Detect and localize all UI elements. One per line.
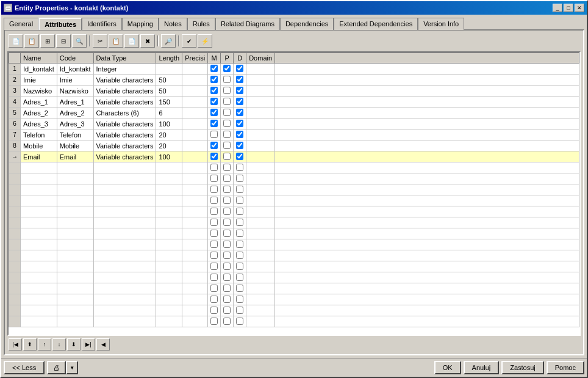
table-row[interactable]: 8 Mobile Mobile Variable characters 20 xyxy=(9,140,579,151)
cell-d-empty[interactable] xyxy=(234,272,246,283)
cell-name-empty[interactable] xyxy=(21,294,57,305)
cell-domain-empty[interactable] xyxy=(246,184,275,195)
cell-p-empty[interactable] xyxy=(221,250,234,261)
new-button[interactable]: 📄 xyxy=(9,34,23,48)
cell-m[interactable] xyxy=(208,118,221,129)
tab-version-info[interactable]: Version Info xyxy=(418,18,464,30)
print-arrow-button[interactable]: ▼ xyxy=(66,361,78,374)
cell-length-empty[interactable] xyxy=(156,294,182,305)
cell-p[interactable] xyxy=(221,85,234,96)
cell-name-empty[interactable] xyxy=(21,261,57,272)
cell-code-empty[interactable] xyxy=(57,283,93,294)
cell-d[interactable] xyxy=(234,140,246,151)
cell-p[interactable] xyxy=(221,107,234,118)
cell-code-empty[interactable] xyxy=(57,305,93,316)
less-button[interactable]: << Less xyxy=(4,361,45,374)
cut-button[interactable]: ✂ xyxy=(93,34,107,48)
cell-length-empty[interactable] xyxy=(156,283,182,294)
cell-p-empty[interactable] xyxy=(221,195,234,206)
cell-name[interactable]: Mobile xyxy=(21,140,57,151)
cell-domain[interactable] xyxy=(246,85,275,96)
cell-precision-empty[interactable] xyxy=(182,239,208,250)
table-button[interactable]: ⊟ xyxy=(56,34,71,48)
cell-name-empty[interactable] xyxy=(21,228,57,239)
cell-datatype-empty[interactable] xyxy=(93,250,156,261)
cell-m-empty[interactable] xyxy=(208,206,221,217)
cell-datatype-empty[interactable] xyxy=(93,272,156,283)
delete-button[interactable]: ✖ xyxy=(140,34,155,48)
cell-m[interactable] xyxy=(208,129,221,140)
cell-name-empty[interactable] xyxy=(21,184,57,195)
table-wrapper[interactable]: Name Code Data Type Length Precisi M P D… xyxy=(9,53,579,333)
cell-m-empty[interactable] xyxy=(208,239,221,250)
cell-code-empty[interactable] xyxy=(57,250,93,261)
cell-precision-empty[interactable] xyxy=(182,228,208,239)
print-button[interactable]: 🖨 xyxy=(47,361,66,374)
minimize-button[interactable]: _ xyxy=(553,4,562,12)
cell-domain[interactable] xyxy=(246,140,275,151)
cell-code-empty[interactable] xyxy=(57,206,93,217)
cell-name[interactable]: Adres_3 xyxy=(21,118,57,129)
cell-d[interactable] xyxy=(234,129,246,140)
cell-p-empty[interactable] xyxy=(221,173,234,184)
cell-length[interactable]: 100 xyxy=(156,118,182,129)
cell-m-empty[interactable] xyxy=(208,294,221,305)
cell-name[interactable]: Imie xyxy=(21,75,57,85)
cell-code-empty[interactable] xyxy=(57,294,93,305)
close-button[interactable]: ✕ xyxy=(575,4,584,12)
cell-domain-empty[interactable] xyxy=(246,294,275,305)
paste-button[interactable]: 📄 xyxy=(124,34,139,48)
cell-code[interactable]: Email xyxy=(57,151,93,162)
cell-domain-empty[interactable] xyxy=(246,162,275,173)
cell-p[interactable] xyxy=(221,129,234,140)
cell-d-empty[interactable] xyxy=(234,316,246,327)
cell-p-empty[interactable] xyxy=(221,294,234,305)
ok-button[interactable]: OK xyxy=(434,361,461,374)
cell-code[interactable]: Adres_1 xyxy=(57,96,93,107)
cell-d-empty[interactable] xyxy=(234,250,246,261)
cell-name-empty[interactable] xyxy=(21,316,57,327)
prev-record-button[interactable]: ↑ xyxy=(38,338,51,351)
cell-datatype-empty[interactable] xyxy=(93,305,156,316)
cell-p-empty[interactable] xyxy=(221,261,234,272)
cell-precision[interactable] xyxy=(182,129,208,140)
cell-datatype[interactable]: Variable characters xyxy=(93,85,156,96)
cell-domain-empty[interactable] xyxy=(246,316,275,327)
cell-domain-empty[interactable] xyxy=(246,173,275,184)
cell-domain[interactable] xyxy=(246,129,275,140)
cell-p[interactable] xyxy=(221,140,234,151)
cell-name-empty[interactable] xyxy=(21,305,57,316)
cell-precision-empty[interactable] xyxy=(182,316,208,327)
cell-m[interactable] xyxy=(208,96,221,107)
cell-datatype-empty[interactable] xyxy=(93,294,156,305)
cell-length-empty[interactable] xyxy=(156,228,182,239)
cell-length[interactable] xyxy=(156,64,182,75)
cell-length[interactable]: 20 xyxy=(156,140,182,151)
cell-name-empty[interactable] xyxy=(21,239,57,250)
cell-p-empty[interactable] xyxy=(221,184,234,195)
cell-code-empty[interactable] xyxy=(57,239,93,250)
table-row[interactable]: 1 Id_kontakt Id_kontakt Integer xyxy=(9,64,579,75)
cell-domain[interactable] xyxy=(246,96,275,107)
cell-datatype-empty[interactable] xyxy=(93,283,156,294)
cell-precision[interactable] xyxy=(182,151,208,162)
cell-d-empty[interactable] xyxy=(234,217,246,228)
cell-p-empty[interactable] xyxy=(221,316,234,327)
table-row[interactable]: 6 Adres_3 Adres_3 Variable characters 10… xyxy=(9,118,579,129)
cell-code[interactable]: Adres_2 xyxy=(57,107,93,118)
cell-datatype[interactable]: Variable characters xyxy=(93,96,156,107)
cell-precision[interactable] xyxy=(182,118,208,129)
cell-d[interactable] xyxy=(234,107,246,118)
cell-code-empty[interactable] xyxy=(57,184,93,195)
cell-code-empty[interactable] xyxy=(57,316,93,327)
cell-length-empty[interactable] xyxy=(156,217,182,228)
cell-code-empty[interactable] xyxy=(57,261,93,272)
cell-m-empty[interactable] xyxy=(208,261,221,272)
cell-m-empty[interactable] xyxy=(208,162,221,173)
cell-d-empty[interactable] xyxy=(234,305,246,316)
cell-d-empty[interactable] xyxy=(234,294,246,305)
cell-length[interactable]: 100 xyxy=(156,151,182,162)
cell-name-empty[interactable] xyxy=(21,250,57,261)
cell-domain-empty[interactable] xyxy=(246,228,275,239)
cell-d-empty[interactable] xyxy=(234,228,246,239)
